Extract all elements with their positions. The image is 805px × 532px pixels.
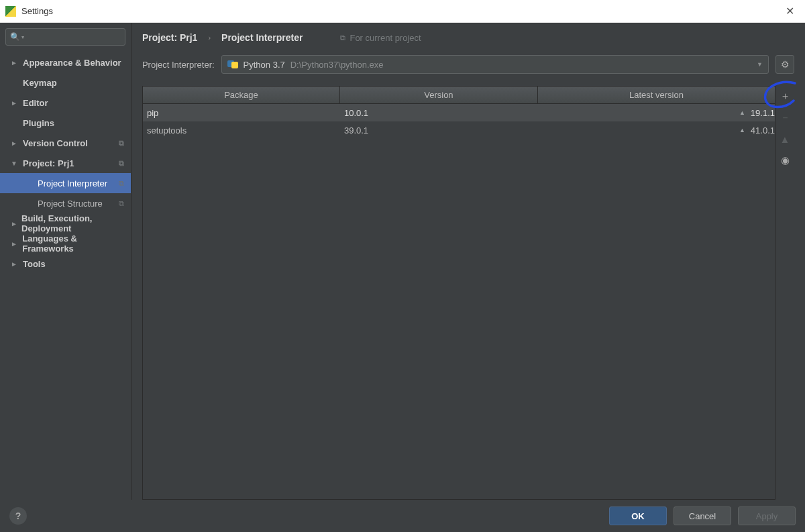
chevron-icon: ▼ bbox=[11, 160, 19, 167]
copy-icon: ⧉ bbox=[119, 139, 124, 148]
header-version[interactable]: Version bbox=[340, 87, 538, 103]
chevron-icon: ► bbox=[11, 99, 19, 107]
table-header: Package Version Latest version bbox=[143, 87, 775, 104]
dialog-footer: ? OK Cancel Apply bbox=[0, 500, 805, 532]
cell-version: 39.0.1 bbox=[340, 125, 538, 136]
settings-sidebar: 🔍 ▾ ►Appearance & BehaviorKeymap►EditorP… bbox=[0, 23, 131, 500]
scope-hint: ⧉ For current project bbox=[340, 33, 421, 43]
sidebar-item[interactable]: ▼Project: Prj1⧉ bbox=[0, 153, 131, 173]
search-input[interactable]: 🔍 ▾ bbox=[5, 28, 125, 46]
copy-icon: ⧉ bbox=[119, 159, 124, 168]
sidebar-item[interactable]: ►Version Control⧉ bbox=[0, 133, 131, 153]
upgrade-arrow-icon: ▲ bbox=[739, 109, 745, 116]
sidebar-item-label: Project Structure bbox=[38, 199, 103, 209]
sidebar-item-label: Keymap bbox=[23, 78, 57, 88]
cell-latest: ▲19.1.1 bbox=[538, 108, 775, 118]
sidebar-item-label: Appearance & Behavior bbox=[23, 58, 121, 68]
help-button[interactable]: ? bbox=[9, 507, 27, 525]
titlebar: Settings ✕ bbox=[0, 0, 805, 23]
copy-icon: ⧉ bbox=[119, 199, 124, 208]
apply-button[interactable]: Apply bbox=[738, 507, 796, 525]
breadcrumb: Project: Prj1 › Project Interpreter ⧉ Fo… bbox=[142, 32, 794, 43]
add-package-button[interactable]: ＋ bbox=[777, 89, 792, 103]
eye-icon: ◉ bbox=[781, 154, 790, 166]
interpreter-path: D:\Python37\python.exe bbox=[290, 60, 384, 70]
chevron-icon: ► bbox=[11, 140, 19, 147]
sidebar-item[interactable]: Plugins bbox=[0, 113, 131, 133]
window-title: Settings bbox=[21, 6, 53, 16]
header-package[interactable]: Package bbox=[143, 87, 340, 103]
cancel-button[interactable]: Cancel bbox=[674, 507, 731, 525]
interpreter-settings-button[interactable]: ⚙ bbox=[775, 55, 794, 74]
close-icon[interactable]: ✕ bbox=[780, 2, 800, 20]
sidebar-item[interactable]: ►Languages & Frameworks bbox=[0, 233, 131, 254]
gear-icon: ⚙ bbox=[781, 59, 790, 70]
sidebar-subitem[interactable]: Project Structure⧉ bbox=[0, 193, 131, 213]
table-row[interactable]: pip10.0.1▲19.1.1 bbox=[143, 104, 775, 121]
copy-icon: ⧉ bbox=[340, 34, 345, 42]
breadcrumb-leaf: Project Interpreter bbox=[221, 32, 303, 43]
sidebar-item[interactable]: ►Appearance & Behavior bbox=[0, 52, 131, 72]
sidebar-item-label: Editor bbox=[23, 98, 48, 108]
sidebar-item-label: Languages & Frameworks bbox=[22, 233, 124, 254]
chevron-right-icon: › bbox=[208, 34, 211, 42]
chevron-icon: ► bbox=[11, 220, 17, 227]
sidebar-item-label: Project: Prj1 bbox=[23, 158, 74, 168]
show-packages-button[interactable]: ◉ bbox=[777, 153, 792, 168]
chevron-down-icon: ▼ bbox=[757, 61, 763, 68]
upgrade-package-button[interactable]: ▲ bbox=[777, 131, 792, 146]
chevron-icon: ► bbox=[11, 59, 19, 66]
ok-button[interactable]: OK bbox=[609, 507, 667, 525]
scope-hint-text: For current project bbox=[350, 33, 421, 43]
remove-package-button[interactable]: － bbox=[777, 110, 792, 125]
sidebar-item-label: Plugins bbox=[23, 118, 54, 128]
table-row[interactable]: setuptools39.0.1▲41.0.1 bbox=[143, 121, 775, 139]
up-arrow-icon: ▲ bbox=[780, 134, 790, 145]
sidebar-item-label: Project Interpreter bbox=[38, 178, 107, 189]
chevron-icon: ► bbox=[11, 240, 18, 248]
header-latest[interactable]: Latest version bbox=[538, 87, 775, 103]
packages-table: Package Version Latest version pip10.0.1… bbox=[142, 86, 775, 500]
cell-package: setuptools bbox=[143, 125, 340, 136]
cell-package: pip bbox=[143, 108, 340, 118]
minus-icon: － bbox=[780, 111, 790, 124]
sidebar-item[interactable]: ►Tools bbox=[0, 254, 131, 274]
sidebar-item-label: Version Control bbox=[23, 138, 88, 148]
python-icon bbox=[227, 59, 238, 70]
search-icon: 🔍 bbox=[10, 32, 20, 42]
interpreter-name: Python 3.7 bbox=[244, 60, 285, 70]
interpreter-dropdown[interactable]: Python 3.7 D:\Python37\python.exe ▼ bbox=[221, 55, 769, 74]
sidebar-subitem[interactable]: Project Interpreter⧉ bbox=[0, 173, 131, 193]
copy-icon: ⧉ bbox=[119, 179, 124, 188]
cell-latest: ▲41.0.1 bbox=[538, 125, 775, 136]
chevron-icon: ► bbox=[11, 260, 19, 268]
sidebar-item-label: Build, Execution, Deployment bbox=[21, 213, 124, 233]
interpreter-label: Project Interpreter: bbox=[142, 60, 215, 70]
sidebar-item-label: Tools bbox=[23, 259, 46, 269]
app-icon bbox=[5, 6, 16, 17]
sidebar-item[interactable]: ►Editor bbox=[0, 93, 131, 113]
breadcrumb-root: Project: Prj1 bbox=[142, 32, 197, 43]
sidebar-item[interactable]: Keymap bbox=[0, 72, 131, 93]
chevron-down-icon: ▾ bbox=[21, 34, 24, 40]
upgrade-arrow-icon: ▲ bbox=[739, 127, 745, 134]
cell-version: 10.0.1 bbox=[340, 108, 538, 118]
plus-icon: ＋ bbox=[780, 90, 790, 103]
sidebar-item[interactable]: ►Build, Execution, Deployment bbox=[0, 213, 131, 233]
